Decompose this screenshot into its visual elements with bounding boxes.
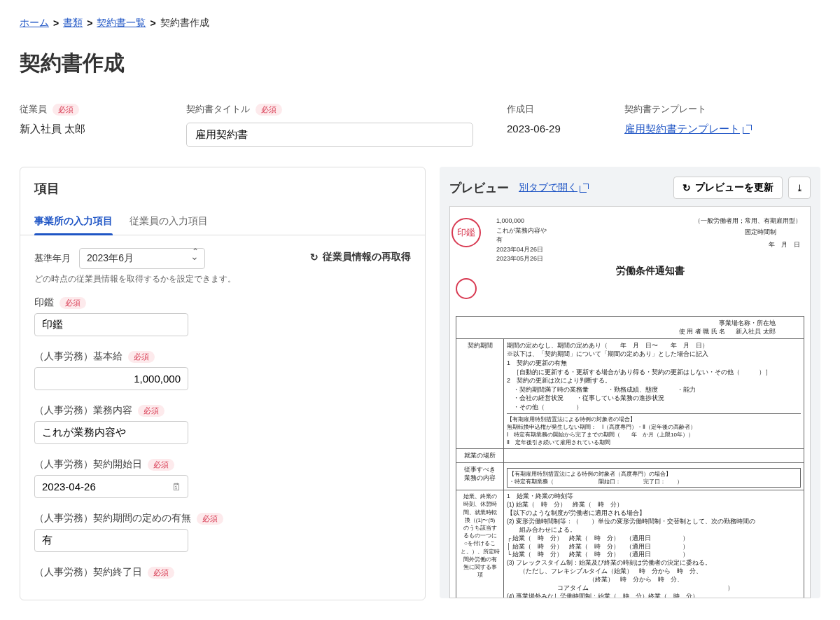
- doc-row1-note: 【有期雇用特別措置法による特例の対象者の場合】 無期転換申込権が発生しない期間：…: [507, 413, 801, 447]
- refresh-icon: ↻: [682, 182, 691, 193]
- doc-row4-body: 1 始業・終業の時刻等 (1) 始業（ 時 分） 終業（ 時 分） 【以下のよう…: [504, 490, 804, 598]
- template-link[interactable]: 雇用契約書テンプレート: [624, 123, 752, 136]
- refresh-icon: ↻: [310, 252, 318, 263]
- page-title: 契約書作成: [20, 49, 820, 78]
- doc-row1-label: 契約期間: [456, 338, 504, 449]
- doc-note-right1: （一般労働者用；常用、有期雇用型）: [694, 216, 802, 226]
- breadcrumb-current: 契約書作成: [160, 17, 209, 29]
- preview-panel: プレビュー 別タブで開く ↻ プレビューを更新 ⤓ 印鑑: [440, 167, 820, 598]
- breadcrumb-sep: >: [150, 18, 155, 29]
- breadcrumb-home[interactable]: ホーム: [20, 17, 49, 29]
- doc-date1: 2023年04月26日: [496, 245, 804, 254]
- required-badge: 必須: [59, 297, 86, 309]
- reference-date-label: 基準年月: [34, 252, 71, 265]
- label-template: 契約書テンプレート: [624, 103, 706, 116]
- field-seal-label: 印鑑: [34, 296, 54, 309]
- breadcrumb-docs[interactable]: 書類: [63, 17, 83, 29]
- items-panel: 項目 事業所の入力項目 従業員の入力項目 基準年月 2023年6月 どの時点の従…: [20, 167, 426, 600]
- required-badge: 必須: [128, 351, 155, 363]
- download-icon: ⤓: [796, 183, 804, 193]
- field-enddate-label: （人事労務）契約終了日: [34, 566, 142, 579]
- open-in-tab-link[interactable]: 別タブで開く: [519, 181, 589, 194]
- tab-office-items[interactable]: 事業所の入力項目: [34, 209, 113, 235]
- items-tabs: 事業所の入力項目 従業員の入力項目: [20, 209, 425, 235]
- reference-date-select[interactable]: 2023年6月: [79, 248, 205, 269]
- breadcrumb-list[interactable]: 契約書一覧: [97, 17, 146, 29]
- doc-title: 労働条件通知書: [496, 264, 804, 278]
- required-badge: 必須: [52, 104, 79, 116]
- external-link-icon: [743, 125, 752, 134]
- tab-employee-items[interactable]: 従業員の入力項目: [130, 209, 208, 235]
- external-link-icon: [580, 184, 589, 193]
- field-basepay-input[interactable]: [34, 367, 188, 390]
- refetch-label: 従業員情報の再取得: [323, 251, 411, 263]
- doc-row2-label: 就業の場所: [456, 449, 504, 463]
- template-link-text: 雇用契約書テンプレート: [624, 123, 740, 136]
- required-badge: 必須: [148, 567, 174, 579]
- employee-value: 新入社員 太郎: [20, 123, 153, 136]
- field-jobdesc-label: （人事労務）業務内容: [34, 404, 132, 417]
- doc-place-name: 事業場名称・所在地: [719, 319, 776, 326]
- refresh-preview-label: プレビューを更新: [695, 181, 774, 194]
- doc-table: 事業場名称・所在地 使 用 者 職 氏 名 新入社員 太郎 契約期間 期間の定め…: [456, 316, 804, 598]
- document-preview: 印鑑 1,000,000 これが業務内容や 有 2023年04月26日 2023…: [449, 206, 811, 598]
- items-panel-heading: 項目: [20, 167, 425, 205]
- doc-has: 有: [496, 235, 804, 244]
- field-hasterm-label: （人事労務）契約期間の定めの有無: [34, 512, 191, 525]
- doc-row3-label: 従事すべき 業務の内容: [456, 462, 504, 490]
- field-basepay-label: （人事労務）基本給: [34, 350, 122, 363]
- refetch-employee-button[interactable]: ↻ 従業員情報の再取得: [310, 251, 411, 263]
- required-badge: 必須: [138, 405, 164, 417]
- field-jobdesc-input[interactable]: [34, 421, 188, 444]
- contract-title-input[interactable]: [186, 123, 473, 147]
- breadcrumb-sep: >: [53, 18, 59, 29]
- required-badge: 必須: [148, 459, 174, 471]
- created-at-value: 2023-06-29: [507, 123, 591, 135]
- doc-row4-label: 始業、終業の 時刻、休憩時 間、就業時転 換（(1)〜(5) のうち該当す るも…: [456, 490, 504, 598]
- doc-date2: 2023年05月26日: [496, 254, 804, 263]
- open-in-tab-text: 別タブで開く: [519, 181, 578, 194]
- doc-emp-name: 新入社員 太郎: [736, 328, 776, 335]
- doc-employer: 使 用 者 職 氏 名: [679, 328, 726, 335]
- seal-stamp-icon: [456, 278, 477, 299]
- required-badge: 必須: [255, 104, 282, 116]
- field-startdate-label: （人事労務）契約開始日: [34, 458, 142, 471]
- breadcrumb: ホーム > 書類 > 契約書一覧 > 契約書作成: [20, 17, 820, 29]
- doc-row3-note: 【有期雇用特別措置法による特例の対象者（高度専門）の場合】 ・特定有期業務（ 開…: [507, 468, 801, 488]
- label-employee: 従業員: [20, 103, 47, 116]
- reference-date-hint: どの時点の従業員情報を取得するかを設定できます。: [34, 273, 296, 285]
- breadcrumb-sep: >: [87, 18, 92, 29]
- preview-heading: プレビュー: [449, 180, 509, 196]
- doc-row1-body: 期間の定めなし、期間の定めあり（ 年 月 日〜 年 月 日） ※以下は、「契約期…: [507, 341, 801, 412]
- header-form: 従業員 必須 新入社員 太郎 契約書タイトル 必須 作成日 2023-06-29…: [20, 103, 820, 147]
- field-seal-input[interactable]: [34, 313, 188, 336]
- label-contract-title: 契約書タイトル: [186, 103, 250, 116]
- doc-date-blank: 年 月 日: [769, 240, 800, 249]
- field-hasterm-input[interactable]: [34, 529, 188, 552]
- download-button[interactable]: ⤓: [788, 177, 811, 199]
- doc-note-right2: 固定時間制: [745, 228, 776, 237]
- required-badge: 必須: [197, 513, 223, 525]
- field-startdate-input[interactable]: [34, 475, 188, 498]
- label-created-at: 作成日: [507, 103, 534, 116]
- refresh-preview-button[interactable]: ↻ プレビューを更新: [673, 177, 783, 199]
